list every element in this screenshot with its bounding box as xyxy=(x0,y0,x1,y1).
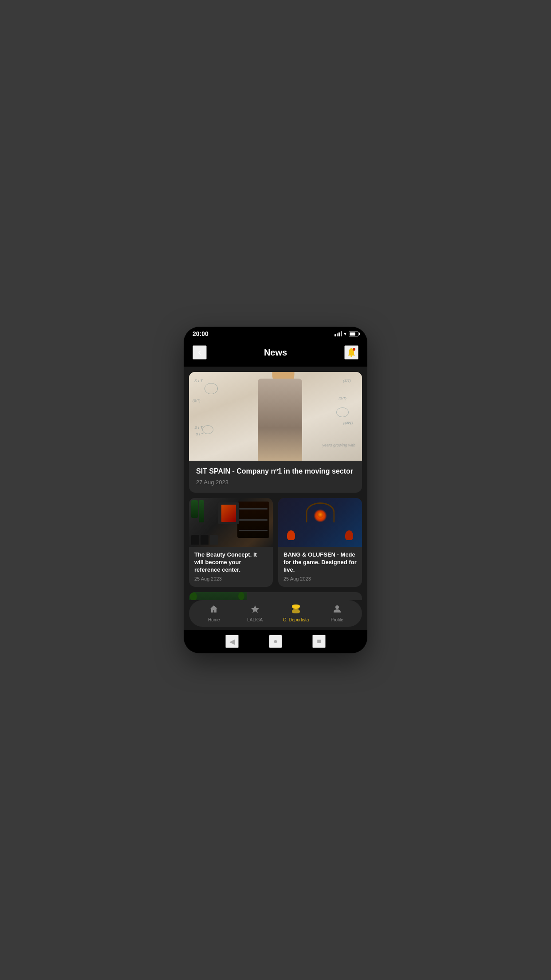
svg-point-1 xyxy=(353,348,355,351)
nav-home[interactable]: Home xyxy=(193,605,235,622)
status-bar: 20:00 ▾ xyxy=(184,327,367,340)
header: ‹ News xyxy=(184,340,367,367)
android-recents-button[interactable]: ■ xyxy=(312,635,326,648)
beauty-image xyxy=(189,498,273,547)
news-content: S I T (S/T) (S/T) (S/T) S I T (S/T) S I … xyxy=(184,367,367,600)
profile-icon xyxy=(333,605,342,616)
laliga-label: LALIGA xyxy=(247,617,263,622)
bang-card-date: 25 Aug 2023 xyxy=(283,576,357,581)
cdeportista-label: C. Deportista xyxy=(283,617,309,622)
featured-image: S I T (S/T) (S/T) (S/T) S I T (S/T) S I … xyxy=(189,372,362,461)
home-label: Home xyxy=(208,617,220,622)
beauty-card[interactable]: The Beauty Concept. It will become your … xyxy=(189,498,273,587)
bang-card[interactable]: BANG & OLUFSEN - Mede for the game. Desi… xyxy=(278,498,362,587)
nav-laliga[interactable]: LALIGA xyxy=(235,605,276,622)
android-back-button[interactable]: ◀ xyxy=(225,635,239,648)
beauty-card-body: The Beauty Concept. It will become your … xyxy=(189,547,273,587)
two-col-row: The Beauty Concept. It will become your … xyxy=(189,498,362,587)
profile-label: Profile xyxy=(331,617,343,622)
wifi-icon: ▾ xyxy=(344,331,346,337)
status-time: 20:00 xyxy=(193,330,209,337)
nav-profile[interactable]: Profile xyxy=(317,605,358,622)
person-body xyxy=(258,379,302,461)
notification-bell-button[interactable] xyxy=(344,345,358,360)
jaguar-image xyxy=(189,592,247,600)
bottom-nav: Home LALIGA C. Deportista xyxy=(189,600,362,627)
phone-frame: 20:00 ▾ ‹ News xyxy=(184,327,367,653)
status-icons: ▾ xyxy=(335,331,358,337)
page-title: News xyxy=(264,348,287,358)
svg-point-3 xyxy=(335,605,339,609)
laliga-icon xyxy=(251,605,260,616)
signal-icon xyxy=(335,331,342,336)
jaguar-card-body: JAGUAR - Get ready to feel the thrill in… xyxy=(247,592,362,600)
android-nav: ◀ ● ■ xyxy=(184,630,367,653)
android-home-button[interactable]: ● xyxy=(269,635,282,648)
bang-image xyxy=(278,498,362,547)
jaguar-card[interactable]: JAGUAR - Get ready to feel the thrill in… xyxy=(189,592,362,600)
home-icon xyxy=(209,605,218,616)
bang-card-title: BANG & OLUFSEN - Mede for the game. Desi… xyxy=(283,551,357,574)
featured-card-title: SIT SPAIN - Company nº1 in the moving se… xyxy=(196,467,355,476)
back-button[interactable]: ‹ xyxy=(193,345,207,360)
bang-card-body: BANG & OLUFSEN - Mede for the game. Desi… xyxy=(278,547,362,587)
beauty-card-title: The Beauty Concept. It will become your … xyxy=(194,551,268,574)
cdeportista-icon xyxy=(291,605,301,616)
svg-marker-2 xyxy=(251,605,259,613)
featured-card[interactable]: S I T (S/T) (S/T) (S/T) S I T (S/T) S I … xyxy=(189,372,362,493)
featured-card-date: 27 Aug 2023 xyxy=(196,479,355,486)
featured-card-body: SIT SPAIN - Company nº1 in the moving se… xyxy=(189,461,362,493)
beauty-card-date: 25 Aug 2023 xyxy=(194,576,268,581)
battery-icon xyxy=(349,332,358,336)
bell-icon xyxy=(346,347,356,358)
nav-cdeportista[interactable]: C. Deportista xyxy=(276,605,317,622)
svg-rect-0 xyxy=(350,356,352,357)
